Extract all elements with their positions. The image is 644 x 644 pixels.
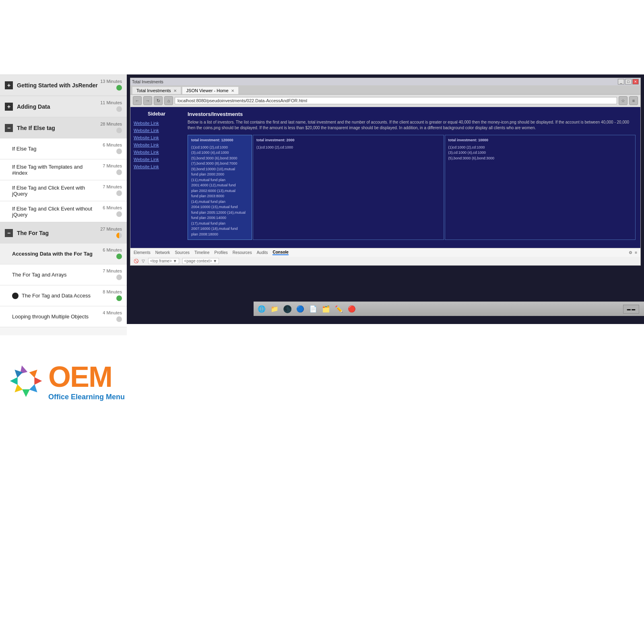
oem-arrows-icon xyxy=(8,363,44,401)
tab-close-icon[interactable]: ✕ xyxy=(173,89,177,93)
expand-icon[interactable]: + xyxy=(5,103,13,111)
lesson-title: If Else Tag and Click Event without jQue… xyxy=(12,206,94,218)
section-meta: 11 Minutes xyxy=(100,100,122,113)
taskbar-minimize-all[interactable]: ▬ ▬ xyxy=(623,305,639,314)
devtools-options[interactable]: ⚙ xyxy=(629,250,632,255)
devtools-tab-console[interactable]: Console xyxy=(272,250,288,255)
sidebar-link-1[interactable]: Website Link xyxy=(134,121,180,126)
sidebar-link-2[interactable]: Website Link xyxy=(134,128,180,133)
tab-close-icon[interactable]: ✕ xyxy=(231,89,234,93)
devtools-tab-audits[interactable]: Audits xyxy=(257,250,268,255)
frame-selector[interactable]: <top frame> ▼ xyxy=(148,258,179,264)
sidebar-link-5[interactable]: Website Link xyxy=(134,150,180,155)
lesson-if-else-click-nojquery[interactable]: If Else Tag and Click Event without jQue… xyxy=(0,201,127,222)
taskbar-controls: ▬ ▬ xyxy=(623,305,639,314)
section-meta: 13 Minutes xyxy=(100,79,122,91)
data-cell-3: total investment: 10000 (1)cd:1000 (2),c… xyxy=(445,135,636,240)
taskbar-icon-ie[interactable]: 🌐 xyxy=(256,303,267,315)
section-title: Adding Data xyxy=(17,103,100,110)
url-bar[interactable]: localhost:8080/pseudoinvestments/022.Dat… xyxy=(175,97,617,104)
lesson-looping-multiple[interactable]: Looping through Multiple Objects 4 Minut… xyxy=(0,306,127,327)
lesson-if-else-click-jquery[interactable]: If Else Tag and Click Event with jQuery … xyxy=(0,180,127,201)
devtools-tab-network[interactable]: Network xyxy=(155,250,170,255)
progress-dot xyxy=(116,233,122,238)
lesson-meta: 6 Minutes xyxy=(94,142,122,155)
collapse-icon[interactable]: − xyxy=(5,229,13,237)
section-if-else[interactable]: − The If Else tag 28 Minutes xyxy=(0,117,127,138)
sidebar-link-3[interactable]: Website Link xyxy=(134,135,180,140)
browser-titlebar: Total Investments _ □ ✕ xyxy=(130,78,640,85)
refresh-button[interactable]: ↻ xyxy=(154,96,163,105)
taskbar-icon-folder[interactable]: 📁 xyxy=(269,303,280,315)
sidebar-link-6[interactable]: Website Link xyxy=(134,157,180,162)
section-title: Getting Started with JsRender xyxy=(17,82,100,89)
lesson-if-else-tag[interactable]: If Else Tag 6 Minutes xyxy=(0,138,127,159)
page-context-selector[interactable]: <page context> ▼ xyxy=(182,258,219,264)
taskbar-icon-chrome[interactable]: 🌑 xyxy=(282,303,293,315)
devtools-filter[interactable]: ▽ xyxy=(142,259,145,263)
section-getting-started[interactable]: + Getting Started with JsRender 13 Minut… xyxy=(0,74,127,96)
devtools-tab-sources[interactable]: Sources xyxy=(175,250,190,255)
expand-icon[interactable]: + xyxy=(5,81,13,89)
section-for-tag[interactable]: − The For Tag 27 Minutes xyxy=(0,222,127,244)
progress-dot xyxy=(116,106,122,112)
oem-logo-section: OEM Office Elearning Menu xyxy=(0,350,201,413)
taskbar-icon-file[interactable]: 📄 xyxy=(308,303,319,315)
lesson-meta: 7 Minutes xyxy=(94,163,122,176)
lesson-dot xyxy=(116,211,122,217)
oem-logo: OEM Office Elearning Menu xyxy=(8,362,193,401)
lesson-dot xyxy=(116,254,122,259)
browser-tab-total-investments[interactable]: Total Investments ✕ xyxy=(132,87,181,94)
sidebar-link-7[interactable]: Website Link xyxy=(134,164,180,169)
devtools-tab-elements[interactable]: Elements xyxy=(134,250,151,255)
bookmark-button[interactable]: ☆ xyxy=(619,96,627,105)
browser-tabs: Total Investments ✕ JSON Viewer - Home ✕ xyxy=(130,85,640,95)
course-sidebar: + Getting Started with JsRender 13 Minut… xyxy=(0,74,127,335)
lesson-title: If Else Tag xyxy=(12,146,94,152)
close-button[interactable]: ✕ xyxy=(632,79,639,85)
lesson-title: Looping through Multiple Objects xyxy=(12,314,94,320)
lesson-meta: 8 Minutes xyxy=(94,289,122,302)
lesson-title: The For Tag and Arrays xyxy=(12,272,94,278)
lesson-dot xyxy=(116,169,122,175)
devtools-tabs-bar: Elements Network Sources Timeline Profil… xyxy=(130,248,640,257)
lesson-dot xyxy=(116,149,122,154)
lesson-for-tag-arrays[interactable]: The For Tag and Arrays 7 Minutes xyxy=(0,264,127,285)
taskbar-icon-firefox[interactable]: 🔵 xyxy=(295,303,306,315)
maximize-button[interactable]: □ xyxy=(625,79,632,85)
menu-button[interactable]: ≡ xyxy=(629,96,638,105)
devtools-clear[interactable]: 🚫 xyxy=(134,259,138,263)
browser-tab-json-viewer[interactable]: JSON Viewer - Home ✕ xyxy=(182,87,239,94)
sidebar-link-4[interactable]: Website Link xyxy=(134,142,180,147)
devtools-tab-resources[interactable]: Resources xyxy=(233,250,252,255)
forward-button[interactable]: → xyxy=(143,96,152,105)
taskbar-icon-editor[interactable]: ✏️ xyxy=(333,303,345,315)
lesson-meta: 6 Minutes xyxy=(94,248,122,260)
lesson-accessing-data-for[interactable]: Accessing Data with the For Tag 6 Minute… xyxy=(0,244,127,264)
section-title: The For Tag xyxy=(17,230,100,236)
windows-taskbar: 🌐 📁 🌑 🔵 📄 🗂️ ✏️ 🔴 ▬ ▬ xyxy=(254,301,644,316)
svg-marker-4 xyxy=(22,389,30,397)
devtools-tab-timeline[interactable]: Timeline xyxy=(194,250,209,255)
taskbar-icon-archive[interactable]: 🗂️ xyxy=(320,303,332,315)
section-adding-data[interactable]: + Adding Data 11 Minutes xyxy=(0,96,127,117)
investments-data-grid: total investment: 120000 (1)cd:1000 (2),… xyxy=(188,135,636,240)
collapse-icon[interactable]: − xyxy=(5,124,13,132)
home-button[interactable]: ⌂ xyxy=(164,96,173,105)
browser-window: Total Investments _ □ ✕ Total Investment… xyxy=(130,78,641,266)
lesson-meta: 7 Minutes xyxy=(94,184,122,197)
browser-navigation-bar: ← → ↻ ⌂ localhost:8080/pseudoinvestments… xyxy=(130,95,640,107)
lesson-title: The For Tag and Data Access xyxy=(22,293,94,299)
lesson-for-tag-data-access[interactable]: The For Tag and Data Access 8 Minutes xyxy=(0,285,127,306)
svg-marker-1 xyxy=(29,367,40,378)
section-meta: 28 Minutes xyxy=(100,122,122,134)
svg-marker-6 xyxy=(10,377,18,385)
devtools-tab-profiles[interactable]: Profiles xyxy=(214,250,227,255)
back-button[interactable]: ← xyxy=(133,96,142,105)
lesson-if-else-templates[interactable]: If Else Tag with Templates and #index 7 … xyxy=(0,159,127,180)
sidebar-heading: Sidebar xyxy=(134,111,180,117)
window-controls: _ □ ✕ xyxy=(618,79,639,85)
taskbar-icon-media[interactable]: 🔴 xyxy=(346,303,357,315)
devtools-more[interactable]: ≡ xyxy=(635,250,637,255)
minimize-button[interactable]: _ xyxy=(618,79,624,85)
